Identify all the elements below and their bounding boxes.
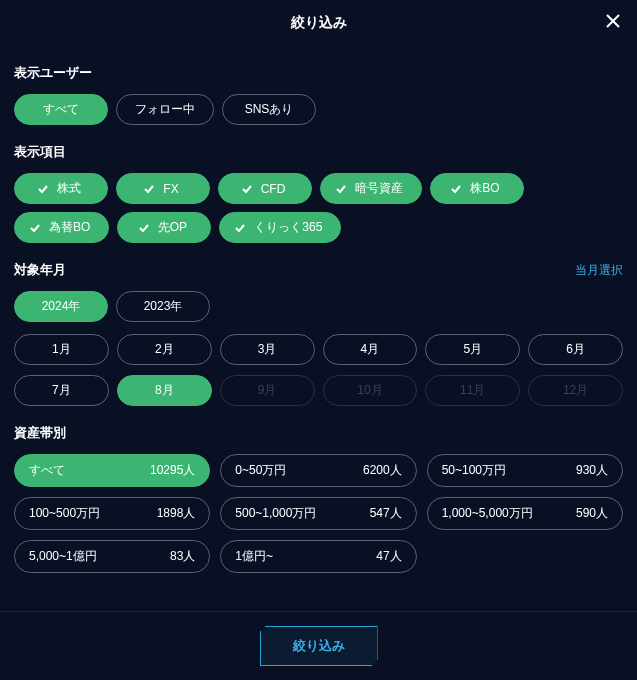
close-icon <box>605 13 621 33</box>
section-title: 対象年月 <box>14 261 66 279</box>
month-option[interactable]: 2月 <box>117 334 212 365</box>
section-period: 対象年月 当月選択 2024年2023年 1月2月3月4月5月6月 7月8月9月… <box>14 261 623 406</box>
item-filter-option[interactable]: 為替BO <box>14 212 109 243</box>
pill-label: 6月 <box>566 341 585 358</box>
asset-range-option[interactable]: 50~100万円930人 <box>427 454 623 487</box>
check-icon <box>335 183 347 195</box>
month-option[interactable]: 5月 <box>425 334 520 365</box>
pill-label: 3月 <box>258 341 277 358</box>
check-icon <box>37 183 49 195</box>
month-option: 11月 <box>425 375 520 406</box>
asset-range-count: 10295人 <box>150 462 195 479</box>
asset-range-count: 590人 <box>576 505 608 522</box>
item-filter-option[interactable]: 株BO <box>430 173 524 204</box>
pill-label: 8月 <box>155 382 174 399</box>
asset-range-count: 83人 <box>170 548 195 565</box>
section-display-users: 表示ユーザー すべてフォロー中SNSあり <box>14 64 623 125</box>
asset-range-option[interactable]: 100~500万円1898人 <box>14 497 210 530</box>
pill-label: 4月 <box>361 341 380 358</box>
check-icon <box>450 183 462 195</box>
asset-range-count: 930人 <box>576 462 608 479</box>
asset-range-count: 1898人 <box>157 505 196 522</box>
section-title: 資産帯別 <box>14 424 66 442</box>
pill-label: 為替BO <box>49 219 90 236</box>
asset-range-label: 0~50万円 <box>235 462 286 479</box>
pill-label: SNSあり <box>245 101 294 118</box>
pill-label: 株BO <box>470 180 499 197</box>
asset-range-label: 5,000~1億円 <box>29 548 97 565</box>
modal-title: 絞り込み <box>291 14 347 32</box>
section-assets: 資産帯別 すべて10295人0~50万円6200人50~100万円930人100… <box>14 424 623 573</box>
asset-range-label: 1,000~5,000万円 <box>442 505 533 522</box>
month-option: 12月 <box>528 375 623 406</box>
pill-label: 2024年 <box>42 298 81 315</box>
check-icon <box>143 183 155 195</box>
pill-label: すべて <box>43 101 79 118</box>
year-option[interactable]: 2024年 <box>14 291 108 322</box>
asset-range-label: 1億円~ <box>235 548 273 565</box>
item-filter-option[interactable]: 先OP <box>117 212 211 243</box>
check-icon <box>29 222 41 234</box>
pill-label: CFD <box>261 182 286 196</box>
pill-label: 7月 <box>52 382 71 399</box>
pill-label: 9月 <box>258 382 277 399</box>
asset-range-count: 6200人 <box>363 462 402 479</box>
pill-label: 5月 <box>463 341 482 358</box>
item-filter-option[interactable]: 株式 <box>14 173 108 204</box>
pill-label: 2月 <box>155 341 174 358</box>
submit-button[interactable]: 絞り込み <box>260 626 378 666</box>
pill-label: 10月 <box>357 382 382 399</box>
month-option[interactable]: 1月 <box>14 334 109 365</box>
asset-range-option[interactable]: 0~50万円6200人 <box>220 454 416 487</box>
current-month-link[interactable]: 当月選択 <box>575 262 623 279</box>
user-filter-option[interactable]: フォロー中 <box>116 94 214 125</box>
item-filter-option[interactable]: 暗号資産 <box>320 173 422 204</box>
month-option: 9月 <box>220 375 315 406</box>
check-icon <box>138 222 150 234</box>
item-filter-option[interactable]: くりっく365 <box>219 212 341 243</box>
asset-range-option[interactable]: 1,000~5,000万円590人 <box>427 497 623 530</box>
year-option[interactable]: 2023年 <box>116 291 210 322</box>
section-title: 表示項目 <box>14 143 66 161</box>
check-icon <box>234 222 246 234</box>
modal-footer: 絞り込み <box>0 611 637 680</box>
asset-range-option[interactable]: すべて10295人 <box>14 454 210 487</box>
asset-range-option[interactable]: 1億円~47人 <box>220 540 416 573</box>
section-title: 表示ユーザー <box>14 64 92 82</box>
item-filter-option[interactable]: FX <box>116 173 210 204</box>
asset-range-label: 100~500万円 <box>29 505 100 522</box>
pill-label: 11月 <box>460 382 485 399</box>
pill-label: 12月 <box>563 382 588 399</box>
asset-range-count: 547人 <box>370 505 402 522</box>
month-option[interactable]: 7月 <box>14 375 109 406</box>
month-option[interactable]: 3月 <box>220 334 315 365</box>
pill-label: 2023年 <box>144 298 183 315</box>
pill-label: 株式 <box>57 180 81 197</box>
check-icon <box>241 183 253 195</box>
asset-range-count: 47人 <box>376 548 401 565</box>
asset-range-label: 500~1,000万円 <box>235 505 316 522</box>
close-button[interactable] <box>603 13 623 33</box>
pill-label: フォロー中 <box>135 101 195 118</box>
pill-label: くりっく365 <box>254 219 322 236</box>
section-display-items: 表示項目 株式FXCFD暗号資産株BO為替BO先OPくりっく365 <box>14 143 623 243</box>
asset-range-option[interactable]: 5,000~1億円83人 <box>14 540 210 573</box>
modal-header: 絞り込み <box>0 0 637 46</box>
asset-range-option[interactable]: 500~1,000万円547人 <box>220 497 416 530</box>
month-option[interactable]: 8月 <box>117 375 212 406</box>
month-option: 10月 <box>323 375 418 406</box>
month-option[interactable]: 6月 <box>528 334 623 365</box>
user-filter-option[interactable]: SNSあり <box>222 94 316 125</box>
pill-label: 暗号資産 <box>355 180 403 197</box>
pill-label: 先OP <box>158 219 187 236</box>
pill-label: 1月 <box>52 341 71 358</box>
month-option[interactable]: 4月 <box>323 334 418 365</box>
asset-range-label: すべて <box>29 462 65 479</box>
pill-label: FX <box>163 182 178 196</box>
user-filter-option[interactable]: すべて <box>14 94 108 125</box>
item-filter-option[interactable]: CFD <box>218 173 312 204</box>
asset-range-label: 50~100万円 <box>442 462 506 479</box>
